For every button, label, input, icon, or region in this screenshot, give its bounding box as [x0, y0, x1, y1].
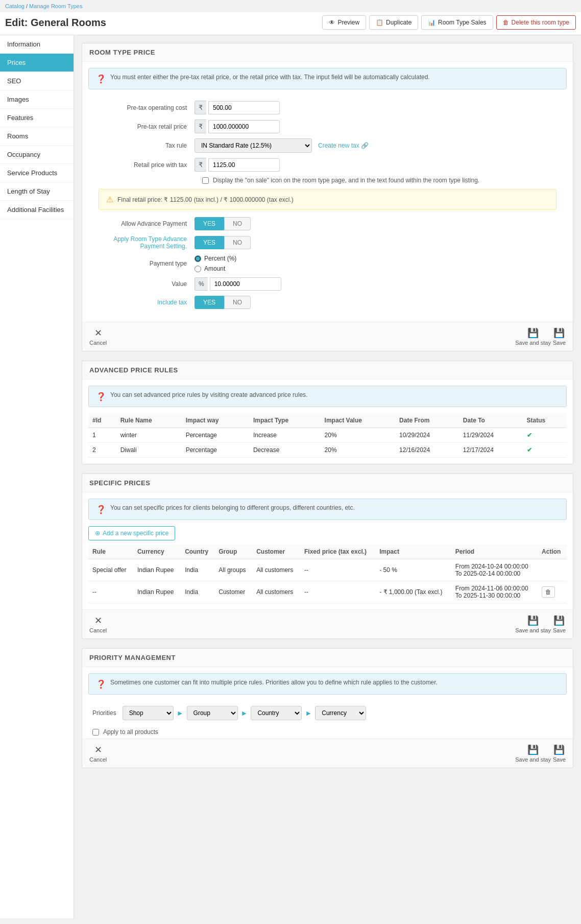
- row1-date-from: 10/29/2024: [395, 428, 459, 443]
- col-id: #Id: [88, 413, 116, 428]
- duplicate-button[interactable]: 📋 Duplicate: [369, 15, 418, 30]
- room-type-sales-button[interactable]: 📊 Room Type Sales: [421, 15, 493, 30]
- header-buttons: 👁 Preview 📋 Duplicate 📊 Room Type Sales …: [322, 15, 576, 30]
- sidebar-item-prices[interactable]: Prices: [0, 54, 74, 72]
- tax-rule-label: Tax rule: [92, 142, 195, 149]
- priority-select-4[interactable]: Currency: [315, 706, 366, 720]
- priority-cancel-button[interactable]: ✕ Cancel: [89, 744, 107, 763]
- apply-all-checkbox[interactable]: [92, 729, 99, 736]
- price-save-and-stay-button[interactable]: 💾 Save and stay: [515, 327, 551, 346]
- value-input[interactable]: [210, 277, 281, 291]
- sidebar-item-images[interactable]: Images: [0, 90, 74, 109]
- include-tax-no-btn[interactable]: NO: [224, 296, 251, 309]
- specific-info-icon: ❓: [96, 505, 106, 514]
- sp-col-customer: Customer: [252, 544, 300, 559]
- pre-tax-retail-input[interactable]: [208, 120, 280, 133]
- allow-advance-yes-btn[interactable]: YES: [195, 217, 224, 230]
- warning-icon: ⚠: [106, 195, 113, 204]
- advanced-rules-header-row: #Id Rule Name Impact way Impact Type Imp…: [88, 413, 567, 428]
- payment-type-options: Percent (%) Amount: [195, 255, 236, 272]
- advanced-rules-table-wrap: #Id Rule Name Impact way Impact Type Imp…: [82, 413, 573, 464]
- include-tax-yes-btn[interactable]: YES: [195, 296, 224, 309]
- price-info-text: You must enter either the pre-tax retail…: [110, 74, 430, 81]
- sp-row2-currency: Indian Rupee: [133, 581, 181, 603]
- sidebar-item-additional-facilities[interactable]: Additional Facilities: [0, 201, 74, 219]
- apply-room-type-label: Apply Room Type Advance Payment Setting.: [92, 235, 195, 250]
- save-icon-1: 💾: [553, 327, 565, 339]
- on-sale-row: Display the "on sale" icon on the room t…: [202, 177, 563, 184]
- save-icon-2: 💾: [553, 615, 565, 626]
- delete-room-type-button[interactable]: 🗑 Delete this room type: [496, 15, 576, 30]
- sidebar-item-rooms[interactable]: Rooms: [0, 127, 74, 146]
- sp-row2-impact: - ₹ 1,000.00 (Tax excl.): [375, 581, 451, 603]
- col-status: Status: [523, 413, 567, 428]
- priority-select-2[interactable]: Group: [187, 706, 238, 720]
- col-impact-type: Impact Type: [249, 413, 321, 428]
- info-icon: ❓: [96, 74, 106, 84]
- sidebar-item-service-products[interactable]: Service Products: [0, 164, 74, 182]
- manage-rooms-link[interactable]: Manage Room Types: [29, 3, 82, 9]
- amount-radio[interactable]: [195, 266, 201, 272]
- sp-row2-country: India: [181, 581, 214, 603]
- sp-col-action: Action: [538, 544, 567, 559]
- allow-advance-no-btn[interactable]: NO: [224, 217, 251, 230]
- cancel-x-icon-2: ✕: [94, 615, 102, 626]
- tax-rule-select[interactable]: IN Standard Rate (12.5%): [195, 138, 312, 153]
- sp-row1-customer: All customers: [252, 559, 300, 581]
- sp-col-rule: Rule: [88, 544, 133, 559]
- catalog-link[interactable]: Catalog: [5, 3, 25, 9]
- specific-prices-cancel-button[interactable]: ✕ Cancel: [89, 615, 107, 633]
- sidebar-item-information[interactable]: Information: [0, 35, 74, 54]
- priority-select-1[interactable]: Shop: [123, 706, 174, 720]
- apply-room-type-no-btn[interactable]: NO: [224, 236, 251, 249]
- specific-prices-right-buttons: 💾 Save and stay 💾 Save: [515, 615, 566, 633]
- value-input-wrap: %: [195, 277, 281, 291]
- specific-prices-save-button[interactable]: 💾 Save: [553, 615, 566, 633]
- include-tax-row: Include tax YES NO: [92, 296, 563, 309]
- priority-action-bar: ✕ Cancel 💾 Save and stay 💾 Save: [82, 739, 573, 768]
- sp-row1-country: India: [181, 559, 214, 581]
- priority-save-button[interactable]: 💾 Save: [553, 744, 566, 763]
- sp-col-fixed-price: Fixed price (tax excl.): [300, 544, 375, 559]
- specific-prices-table: Rule Currency Country Group Customer Fix…: [88, 544, 567, 603]
- preview-button[interactable]: 👁 Preview: [322, 15, 366, 30]
- row2-rule-name: Diwali: [116, 443, 182, 458]
- col-impact-value: Impact Value: [321, 413, 396, 428]
- sp-row2-action: 🗑: [538, 581, 567, 603]
- sp-row2-customer: All customers: [252, 581, 300, 603]
- specific-prices-save-and-stay-button[interactable]: 💾 Save and stay: [515, 615, 551, 633]
- breadcrumb: Catalog / Manage Room Types: [0, 0, 581, 12]
- sidebar-item-seo[interactable]: SEO: [0, 72, 74, 90]
- delete-specific-price-button[interactable]: 🗑: [542, 586, 555, 598]
- sp-col-group: Group: [214, 544, 252, 559]
- add-specific-price-button[interactable]: ⊕ Add a new specific price: [88, 526, 175, 540]
- priority-right-buttons: 💾 Save and stay 💾 Save: [515, 744, 566, 763]
- sp-col-currency: Currency: [133, 544, 181, 559]
- priority-management-section: PRIORITY MANAGEMENT ❓ Sometimes one cust…: [82, 648, 573, 768]
- on-sale-label: Display the "on sale" icon on the room t…: [213, 177, 479, 184]
- sidebar-item-occupancy[interactable]: Occupancy: [0, 146, 74, 164]
- payment-type-percent: Percent (%): [195, 255, 236, 262]
- save-and-stay-icon-2: 💾: [527, 615, 539, 626]
- add-icon: ⊕: [95, 530, 100, 537]
- on-sale-checkbox[interactable]: [202, 177, 209, 184]
- final-price-text: Final retail price: ₹ 1125.00 (tax incl.…: [117, 196, 294, 203]
- retail-price-tax-input[interactable]: [208, 158, 280, 172]
- priority-select-3[interactable]: Country: [251, 706, 302, 720]
- sidebar-item-length-of-stay[interactable]: Length of Stay: [0, 182, 74, 201]
- room-type-price-title: ROOM TYPE PRICE: [82, 43, 573, 62]
- create-new-tax-link[interactable]: Create new tax 🔗: [318, 142, 369, 149]
- price-cancel-button[interactable]: ✕ Cancel: [89, 327, 107, 346]
- priority-save-and-stay-button[interactable]: 💾 Save and stay: [515, 744, 551, 763]
- price-info-box: ❓ You must enter either the pre-tax reta…: [88, 68, 567, 89]
- col-date-to: Date To: [459, 413, 523, 428]
- pre-tax-operating-input[interactable]: [208, 101, 280, 114]
- sidebar-item-features[interactable]: Features: [0, 109, 74, 127]
- specific-prices-info-text: You can set specific prices for clients …: [110, 504, 355, 511]
- priority-arrow-1: ►: [177, 709, 184, 717]
- percent-radio[interactable]: [195, 255, 201, 262]
- retail-price-tax-label: Retail price with tax: [92, 161, 195, 169]
- table-row: -- Indian Rupee India Customer All custo…: [88, 581, 567, 603]
- price-save-button[interactable]: 💾 Save: [553, 327, 566, 346]
- apply-room-type-yes-btn[interactable]: YES: [195, 236, 224, 249]
